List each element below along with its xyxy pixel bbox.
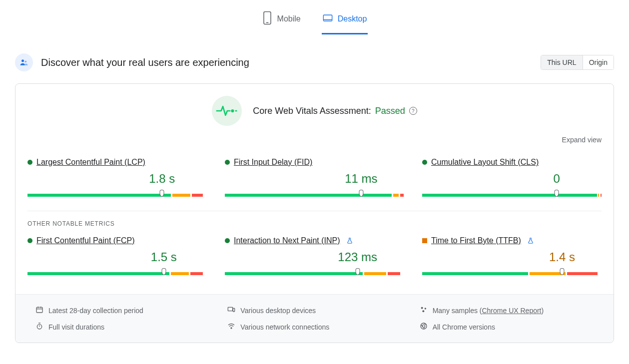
info-devices-text: Various desktop devices: [240, 307, 316, 315]
distribution-bar: [422, 194, 602, 197]
distribution-bar: [225, 194, 404, 197]
assessment-status: Passed: [375, 106, 405, 116]
tab-desktop-label: Desktop: [338, 14, 367, 23]
info-connections: Various network connections: [227, 322, 401, 332]
svg-point-20: [231, 328, 232, 329]
info-samples: Many samples (Chrome UX Report): [420, 306, 594, 315]
metric-value: 1.4 s: [549, 250, 575, 264]
status-dot: [422, 160, 427, 165]
distribution-bar: [225, 272, 404, 275]
metric-fcp: First Contentful Paint (FCP)1.5 s: [27, 236, 207, 289]
vitals-pulse-icon: [212, 96, 242, 126]
info-connections-text: Various network connections: [240, 323, 329, 331]
users-icon: [15, 53, 33, 71]
percentile-marker: [359, 190, 363, 197]
desktop-icon: [323, 11, 333, 27]
metric-name-link[interactable]: First Input Delay (FID): [234, 158, 312, 167]
status-dot: [225, 160, 230, 165]
stopwatch-icon: [35, 322, 43, 332]
svg-point-15: [424, 308, 426, 309]
status-dot: [27, 160, 32, 165]
percentile-marker: [161, 268, 166, 275]
distribution-bar: [27, 272, 207, 275]
percentile-marker: [160, 190, 164, 197]
metric-value: 123 ms: [338, 250, 377, 264]
svg-point-16: [422, 310, 424, 312]
info-samples-text: Many samples (Chrome UX Report): [433, 307, 544, 315]
tab-mobile-label: Mobile: [277, 14, 301, 23]
info-chrome-text: All Chrome versions: [433, 323, 495, 331]
metric-fid: First Input Delay (FID)11 ms: [225, 158, 404, 211]
metric-inp: Interaction to Next Paint (INP)123 ms: [225, 236, 404, 289]
metric-value: 11 ms: [345, 172, 377, 186]
assessment-row: Core Web Vitals Assessment: Passed ?: [15, 96, 614, 126]
divider: [27, 211, 602, 211]
experimental-flask-icon: [346, 237, 353, 244]
header-row: Discover what your real users are experi…: [15, 53, 614, 71]
calendar-icon: [35, 306, 43, 315]
core-metrics-grid: Largest Contentful Paint (LCP)1.8 s Firs…: [15, 144, 614, 211]
percentile-marker: [555, 190, 559, 197]
status-dot: [422, 238, 427, 243]
page-title: Discover what your real users are experi…: [41, 57, 249, 68]
metric-name-link[interactable]: Time to First Byte (TTFB): [431, 236, 521, 245]
svg-point-4: [21, 59, 24, 62]
wifi-icon: [227, 322, 235, 332]
metric-value: 0: [554, 172, 560, 186]
tab-desktop[interactable]: Desktop: [322, 9, 368, 34]
crux-link[interactable]: Chrome UX Report: [482, 307, 541, 315]
info-period-text: Latest 28-day collection period: [48, 307, 143, 315]
metric-name-link[interactable]: First Contentful Paint (FCP): [36, 236, 135, 245]
percentile-marker: [355, 268, 360, 275]
svg-rect-12: [228, 307, 233, 311]
info-grid: Latest 28-day collection period Various …: [15, 294, 614, 343]
mobile-icon: [262, 11, 272, 27]
metric-name-link[interactable]: Largest Contentful Paint (LCP): [36, 158, 145, 167]
assessment-text: Core Web Vitals Assessment: Passed ?: [253, 106, 417, 116]
svg-point-17: [37, 325, 41, 329]
status-dot: [27, 238, 32, 243]
scope-this-url[interactable]: This URL: [541, 55, 582, 69]
info-icon[interactable]: ?: [409, 107, 417, 115]
samples-icon: [420, 306, 428, 315]
experimental-flask-icon: [527, 237, 534, 244]
svg-rect-8: [36, 307, 42, 313]
expand-view-link[interactable]: Expand view: [562, 136, 602, 144]
distribution-bar: [27, 194, 207, 197]
metric-value: 1.5 s: [151, 250, 177, 264]
scope-toggle: This URL Origin: [541, 55, 614, 70]
svg-point-6: [231, 109, 234, 112]
svg-rect-2: [323, 15, 332, 21]
status-dot: [225, 238, 230, 243]
info-chrome: All Chrome versions: [420, 322, 594, 332]
svg-rect-7: [235, 110, 237, 112]
chrome-icon: [420, 322, 428, 332]
other-metrics-grid: First Contentful Paint (FCP)1.5 s Intera…: [15, 231, 614, 289]
info-devices: Various desktop devices: [227, 306, 401, 315]
devices-icon: [227, 306, 235, 315]
distribution-bar: [422, 272, 602, 275]
info-durations: Full visit durations: [35, 322, 209, 332]
metric-lcp: Largest Contentful Paint (LCP)1.8 s: [27, 158, 207, 211]
metric-name-link[interactable]: Interaction to Next Paint (INP): [234, 236, 340, 245]
metric-value: 1.8 s: [149, 172, 175, 186]
percentile-marker: [560, 268, 565, 275]
svg-point-5: [24, 60, 26, 62]
metric-ttfb: Time to First Byte (TTFB)1.4 s: [422, 236, 602, 289]
scope-origin[interactable]: Origin: [583, 55, 614, 69]
other-metrics-label: OTHER NOTABLE METRICS: [15, 220, 614, 231]
metric-name-link[interactable]: Cumulative Layout Shift (CLS): [431, 158, 539, 167]
svg-point-14: [421, 307, 423, 309]
device-tabs: Mobile Desktop: [15, 0, 614, 34]
assessment-label: Core Web Vitals Assessment:: [253, 106, 371, 116]
field-data-card: Core Web Vitals Assessment: Passed ? Exp…: [15, 83, 614, 343]
tab-mobile[interactable]: Mobile: [261, 9, 302, 34]
info-durations-text: Full visit durations: [48, 323, 104, 331]
metric-cls: Cumulative Layout Shift (CLS)0: [422, 158, 602, 211]
info-period: Latest 28-day collection period: [35, 306, 209, 315]
svg-rect-13: [233, 308, 235, 312]
